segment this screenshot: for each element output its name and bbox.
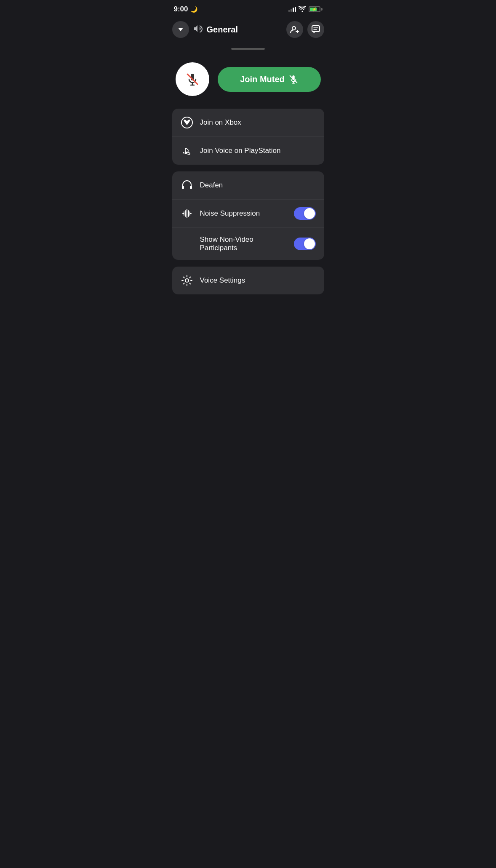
xbox-icon bbox=[181, 116, 193, 129]
svg-point-22 bbox=[185, 279, 189, 282]
noise-suppression-row[interactable]: Noise Suppression bbox=[172, 199, 324, 227]
show-non-video-label: Show Non-Video Participants bbox=[200, 235, 287, 252]
chevron-down-icon bbox=[178, 28, 183, 31]
show-non-video-icon bbox=[181, 238, 193, 250]
wifi-icon bbox=[299, 6, 306, 13]
show-non-video-toggle-container bbox=[294, 238, 316, 250]
gear-icon bbox=[181, 274, 193, 287]
battery-body: ⚡ bbox=[309, 6, 320, 12]
moon-icon: 🌙 bbox=[190, 6, 197, 13]
toggle-knob-2 bbox=[304, 238, 315, 249]
join-xbox-label: Join on Xbox bbox=[200, 118, 241, 127]
svg-rect-1 bbox=[312, 26, 320, 32]
join-ps-label: Join Voice on PlayStation bbox=[200, 147, 281, 155]
show-non-video-row[interactable]: Show Non-Video Participants bbox=[172, 227, 324, 260]
noise-suppression-label: Noise Suppression bbox=[200, 209, 260, 218]
header-left: General bbox=[172, 21, 238, 38]
battery-bolt-icon: ⚡ bbox=[312, 7, 317, 11]
svg-point-0 bbox=[292, 27, 296, 30]
join-section: Join Muted bbox=[165, 58, 331, 109]
svg-rect-14 bbox=[190, 186, 192, 189]
header-right bbox=[286, 21, 324, 38]
show-non-video-toggle[interactable] bbox=[294, 238, 316, 250]
add-user-button[interactable] bbox=[286, 21, 303, 38]
noise-suppression-toggle[interactable] bbox=[294, 207, 316, 220]
svg-rect-13 bbox=[182, 186, 184, 189]
join-muted-button[interactable]: Join Muted bbox=[218, 67, 321, 92]
signal-bar-3 bbox=[293, 8, 294, 12]
mic-muted-icon bbox=[186, 72, 199, 86]
time-display: 9:00 bbox=[174, 5, 188, 13]
status-time: 9:00 🌙 bbox=[174, 5, 197, 13]
battery-indicator: ⚡ bbox=[309, 6, 323, 12]
noise-suppression-toggle-container bbox=[294, 207, 316, 220]
join-ps-row[interactable]: Join Voice on PlayStation bbox=[172, 136, 324, 165]
platform-join-card: Join on Xbox Join Voice on PlayStation bbox=[172, 109, 324, 165]
collapse-button[interactable] bbox=[172, 21, 189, 38]
join-xbox-row[interactable]: Join on Xbox bbox=[172, 109, 324, 136]
chat-button[interactable] bbox=[307, 21, 324, 38]
signal-bar-4 bbox=[295, 7, 296, 12]
signal-bar-2 bbox=[291, 9, 292, 12]
signal-strength bbox=[288, 7, 296, 12]
audio-options-card: Deafen Noise Suppression Show Non-Video … bbox=[172, 171, 324, 260]
voice-settings-row[interactable]: Voice Settings bbox=[172, 267, 324, 294]
channel-info: General bbox=[194, 25, 238, 35]
deafen-label: Deafen bbox=[200, 181, 223, 190]
deafen-row[interactable]: Deafen bbox=[172, 171, 324, 199]
signal-bar-1 bbox=[288, 10, 290, 12]
drag-handle bbox=[165, 45, 331, 58]
channel-header: General bbox=[165, 17, 331, 45]
join-muted-icon bbox=[289, 75, 298, 84]
status-icons: ⚡ bbox=[288, 6, 323, 13]
headphones-icon bbox=[181, 179, 193, 192]
noise-suppression-icon bbox=[181, 207, 193, 220]
playstation-icon bbox=[181, 144, 193, 157]
voice-settings-label: Voice Settings bbox=[200, 276, 245, 285]
status-bar: 9:00 🌙 ⚡ bbox=[165, 0, 331, 17]
mic-muted-circle[interactable] bbox=[176, 62, 209, 96]
speaker-icon bbox=[194, 25, 203, 35]
battery-tip bbox=[321, 8, 323, 11]
voice-settings-card: Voice Settings bbox=[172, 267, 324, 294]
channel-name: General bbox=[207, 25, 238, 35]
join-muted-label: Join Muted bbox=[240, 75, 285, 84]
drag-bar bbox=[231, 48, 265, 50]
toggle-knob bbox=[304, 208, 315, 219]
